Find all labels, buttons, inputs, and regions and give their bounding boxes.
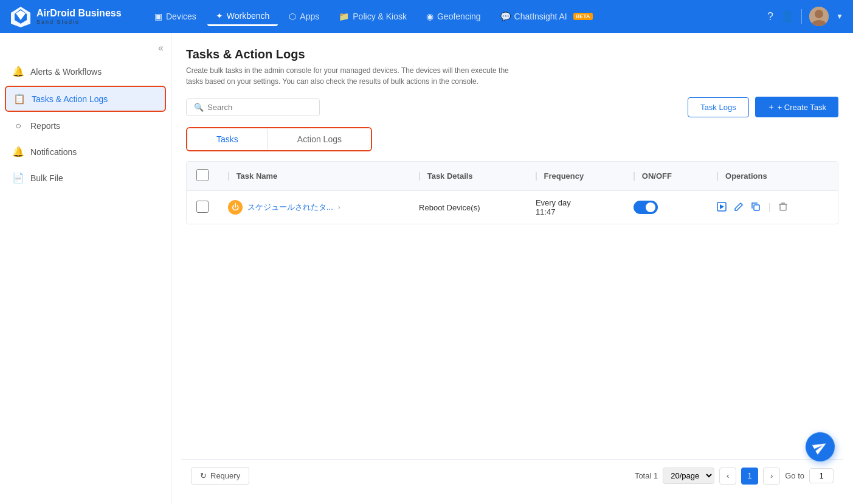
row-checkbox-cell xyxy=(187,191,218,224)
nav-item-geofencing[interactable]: ◉ Geofencing xyxy=(418,8,489,25)
sidebar-item-bulkfile-label: Bulk File xyxy=(30,173,63,183)
operations-cell: | xyxy=(717,202,828,213)
sidebar-item-tasks-label: Tasks & Action Logs xyxy=(32,94,108,104)
requery-button[interactable]: ↻ Requery xyxy=(191,467,249,485)
page-description: Create bulk tasks in the admin console f… xyxy=(186,65,527,87)
nav-right: ? 👤 ▼ xyxy=(767,7,843,26)
task-toggle[interactable] xyxy=(634,201,658,214)
sidebar-collapse-button[interactable]: « xyxy=(158,43,164,54)
bulkfile-icon: 📄 xyxy=(12,172,24,184)
sidebar-item-notifications-label: Notifications xyxy=(30,147,77,157)
col-onoff-label: ON/OFF xyxy=(642,171,672,181)
logo-text: AirDroid Business xyxy=(36,8,122,18)
svg-rect-9 xyxy=(780,204,786,210)
task-expand-arrow[interactable]: › xyxy=(338,203,340,212)
nav-item-workbench[interactable]: ✦ Workbench xyxy=(207,7,278,26)
chevron-down-icon[interactable]: ▼ xyxy=(836,12,843,21)
tasks-table: Task Name Task Details Frequency ON/OFF xyxy=(187,162,838,224)
nav-item-apps-label: Apps xyxy=(300,12,319,21)
row-onoff-cell xyxy=(624,191,707,224)
tab-action-logs[interactable]: Action Logs xyxy=(268,128,371,150)
help-icon[interactable]: ? xyxy=(767,10,773,23)
frequency-line1: Every day xyxy=(536,198,614,207)
logo-icon xyxy=(10,5,32,27)
toggle-slider xyxy=(634,201,658,214)
nav-item-devices[interactable]: ▣ Devices xyxy=(146,8,205,25)
sidebar-item-reports-label: Reports xyxy=(30,121,60,131)
sidebar-collapse: « xyxy=(0,40,171,58)
nav-item-devices-label: Devices xyxy=(166,12,196,21)
logo: AirDroid Business Sand Studio xyxy=(10,5,131,27)
devices-icon: ▣ xyxy=(154,12,162,21)
col-frequency-label: Frequency xyxy=(544,171,584,181)
goto-input[interactable] xyxy=(809,468,834,483)
delete-icon[interactable] xyxy=(778,202,788,213)
prev-page-button[interactable]: ‹ xyxy=(719,468,736,485)
reports-icon: ○ xyxy=(12,120,24,131)
tasks-icon: 📋 xyxy=(13,93,26,105)
table-header: Task Name Task Details Frequency ON/OFF xyxy=(187,162,838,191)
select-all-checkbox[interactable] xyxy=(196,169,209,181)
svg-rect-8 xyxy=(754,205,759,210)
page-size-select[interactable]: 20/page xyxy=(663,468,714,484)
nav-items: ▣ Devices ✦ Workbench ⬡ Apps 📁 Policy & … xyxy=(146,7,767,26)
sidebar-item-alerts[interactable]: 🔔 Alerts & Workflows xyxy=(0,58,171,85)
chatinsight-icon: 💬 xyxy=(500,12,511,21)
frequency-line2: 11:47 xyxy=(536,207,614,216)
sidebar-item-tasks[interactable]: 📋 Tasks & Action Logs xyxy=(5,86,166,112)
tab-action-logs-label: Action Logs xyxy=(297,134,342,144)
sidebar-item-reports[interactable]: ○ Reports xyxy=(0,113,171,139)
page-header: Tasks & Action Logs Create bulk tasks in… xyxy=(186,47,838,87)
workbench-icon: ✦ xyxy=(216,11,223,21)
current-page-indicator: 1 xyxy=(741,468,758,485)
requery-label: Requery xyxy=(210,471,240,480)
search-input[interactable] xyxy=(207,103,312,112)
sidebar: « 🔔 Alerts & Workflows 📋 Tasks & Action … xyxy=(0,33,171,504)
search-icon: 🔍 xyxy=(194,103,204,112)
task-power-icon: ⏻ xyxy=(228,200,243,215)
row-checkbox[interactable] xyxy=(196,201,209,213)
svg-marker-7 xyxy=(720,204,724,209)
sidebar-item-bulkfile[interactable]: 📄 Bulk File xyxy=(0,165,171,191)
col-divider xyxy=(228,172,229,181)
avatar[interactable] xyxy=(809,7,829,26)
send-icon xyxy=(810,437,831,457)
next-page-button[interactable]: › xyxy=(763,468,780,485)
sidebar-item-alerts-label: Alerts & Workflows xyxy=(30,67,102,77)
nav-item-chatinsight[interactable]: 💬 ChatInsight AI BETA xyxy=(492,8,601,25)
task-details-value: Reboot Device(s) xyxy=(419,203,480,212)
pagination: Total 1 20/page ‹ 1 › Go to xyxy=(635,468,834,485)
logo-sub: Sand Studio xyxy=(36,19,122,25)
edit-icon[interactable] xyxy=(734,202,744,213)
page-title: Tasks & Action Logs xyxy=(186,47,838,61)
table-body: ⏻ スケジュールされたタ... › Reboot Device(s) Every… xyxy=(187,191,838,224)
run-icon[interactable] xyxy=(717,202,727,213)
notifications-nav-icon: 🔔 xyxy=(12,146,24,157)
col-operations-label: Operations xyxy=(725,171,767,181)
col-task-details-label: Task Details xyxy=(427,171,473,181)
nav-item-apps[interactable]: ⬡ Apps xyxy=(280,8,328,25)
col-divider4 xyxy=(634,172,635,181)
task-logs-button[interactable]: Task Logs xyxy=(688,97,749,117)
nav-divider xyxy=(801,9,802,24)
requery-icon: ↻ xyxy=(200,471,207,480)
alerts-icon: 🔔 xyxy=(12,66,24,77)
sidebar-item-notifications[interactable]: 🔔 Notifications xyxy=(0,139,171,165)
task-name-link[interactable]: スケジュールされたタ... xyxy=(247,202,333,213)
row-task-details-cell: Reboot Device(s) xyxy=(409,191,526,224)
col-task-name: Task Name xyxy=(218,162,409,191)
col-frequency: Frequency xyxy=(526,162,624,191)
create-task-button[interactable]: ＋ + Create Task xyxy=(755,97,838,117)
notifications-icon[interactable]: 👤 xyxy=(781,10,794,23)
col-onoff: ON/OFF xyxy=(624,162,707,191)
col-checkbox xyxy=(187,162,218,191)
search-box[interactable]: 🔍 xyxy=(186,98,320,116)
geofencing-icon: ◉ xyxy=(426,12,433,21)
nav-item-policy[interactable]: 📁 Policy & Kiosk xyxy=(330,8,415,25)
col-operations: Operations xyxy=(707,162,838,191)
create-task-label: + Create Task xyxy=(778,103,826,112)
copy-icon[interactable] xyxy=(751,202,761,213)
nav-item-workbench-label: Workbench xyxy=(227,11,270,21)
tab-tasks[interactable]: Tasks xyxy=(187,128,268,150)
top-navigation: AirDroid Business Sand Studio ▣ Devices … xyxy=(0,0,853,33)
